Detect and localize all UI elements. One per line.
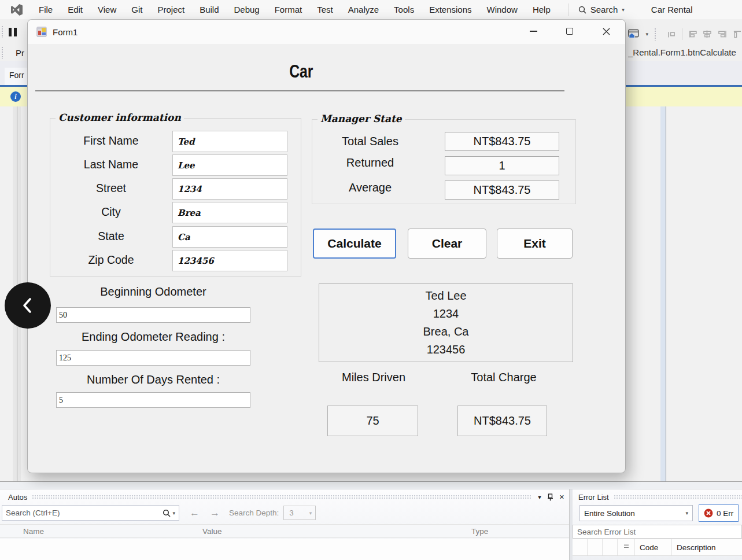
last-name-input[interactable] bbox=[172, 154, 287, 176]
city-input[interactable] bbox=[172, 202, 287, 223]
menu-file[interactable]: File bbox=[31, 2, 60, 17]
beginning-odometer-input[interactable] bbox=[56, 307, 250, 323]
info-icon: i bbox=[10, 91, 21, 102]
autos-search-box[interactable]: ▾ bbox=[2, 505, 179, 521]
scope-value: Entire Solution bbox=[584, 509, 635, 518]
panel-drag-texture bbox=[32, 495, 532, 500]
horizontal-splitter[interactable] bbox=[0, 482, 742, 489]
close-icon[interactable]: ✕ bbox=[559, 493, 564, 501]
menu-analyze[interactable]: Analyze bbox=[341, 2, 386, 17]
autos-search-input[interactable] bbox=[2, 509, 163, 517]
align-centers-icon[interactable] bbox=[703, 30, 712, 38]
manager-state-group: Manager State Total Sales NT$843.75 Retu… bbox=[312, 119, 576, 204]
column-header-code[interactable]: Code bbox=[635, 539, 672, 555]
vs-search-control[interactable]: Search ▾ bbox=[569, 3, 625, 16]
days-rented-input[interactable] bbox=[56, 392, 250, 408]
pin-icon[interactable] bbox=[547, 493, 553, 501]
first-name-label: First Name bbox=[50, 134, 172, 148]
debug-toolbar-fragment bbox=[1, 23, 28, 40]
minimize-button[interactable] bbox=[520, 22, 547, 40]
suppression-state-icon bbox=[624, 544, 629, 549]
ending-odometer-input[interactable] bbox=[56, 350, 250, 366]
street-input[interactable] bbox=[172, 178, 287, 200]
toolbar-gripper[interactable] bbox=[1, 25, 4, 38]
error-icon bbox=[704, 509, 713, 518]
returned-value: 1 bbox=[445, 156, 559, 175]
toolbar-separator bbox=[682, 28, 682, 40]
autos-panel: Autos ▾ ✕ ▾ ← → Search Depth: bbox=[0, 489, 569, 560]
column-header-name[interactable]: Name bbox=[23, 527, 44, 536]
column-header-type[interactable]: Type bbox=[471, 527, 488, 536]
summary-zip-line: 123456 bbox=[319, 341, 573, 359]
clear-button[interactable]: Clear bbox=[408, 229, 486, 259]
autos-titlebar[interactable]: Autos ▾ ✕ bbox=[8, 491, 564, 503]
first-name-input[interactable] bbox=[172, 131, 287, 152]
arrow-right-icon[interactable]: → bbox=[210, 507, 220, 519]
browser-home-icon[interactable] bbox=[628, 29, 640, 39]
column-header-description[interactable]: Description bbox=[672, 539, 742, 555]
total-charge-label: Total Charge bbox=[449, 371, 559, 384]
menu-window[interactable]: Window bbox=[479, 2, 525, 17]
error-search-input[interactable] bbox=[573, 525, 741, 538]
menu-test[interactable]: Test bbox=[309, 2, 341, 17]
category-column[interactable] bbox=[588, 539, 603, 555]
window-position-icon[interactable]: ▾ bbox=[538, 493, 541, 501]
close-icon bbox=[603, 28, 610, 35]
back-bubble-button[interactable] bbox=[5, 282, 51, 329]
calculate-button[interactable]: Calculate bbox=[313, 229, 396, 259]
flag-column[interactable] bbox=[603, 539, 618, 555]
menu-debug[interactable]: Debug bbox=[227, 2, 267, 17]
close-button[interactable] bbox=[593, 22, 619, 40]
error-search-box[interactable] bbox=[573, 525, 742, 539]
error-list-controls: Entire Solution ▾ 0 Err bbox=[579, 504, 739, 522]
chevron-down-icon[interactable]: ▾ bbox=[172, 510, 175, 516]
menu-extensions[interactable]: Extensions bbox=[422, 2, 479, 17]
align-rights-icon[interactable] bbox=[718, 30, 727, 38]
suppression-state-column[interactable] bbox=[618, 539, 635, 555]
form-window-title: Form1 bbox=[53, 27, 77, 37]
editor-vertical-scrollbar[interactable] bbox=[660, 106, 666, 481]
search-depth-combo[interactable]: 3 ▾ bbox=[283, 506, 316, 520]
align-lefts-icon[interactable] bbox=[688, 30, 697, 38]
menu-edit[interactable]: Edit bbox=[60, 2, 90, 17]
menu-git[interactable]: Git bbox=[124, 2, 150, 17]
autos-grid-body[interactable] bbox=[0, 539, 569, 560]
snap-to-grid-icon[interactable] bbox=[667, 30, 676, 38]
errors-filter-button[interactable]: 0 Err bbox=[699, 504, 739, 522]
severity-column[interactable] bbox=[573, 539, 588, 555]
align-tops-icon[interactable] bbox=[733, 30, 742, 38]
vs-menu-bar: File Edit View Git Project Build Debug F… bbox=[0, 0, 742, 19]
customer-information-group: Customer information First Name Last Nam… bbox=[50, 118, 301, 277]
search-label: Search bbox=[590, 5, 618, 14]
menu-view[interactable]: View bbox=[90, 2, 124, 17]
search-icon[interactable] bbox=[163, 509, 171, 517]
scope-combo[interactable]: Entire Solution ▾ bbox=[579, 505, 693, 521]
error-list-column-headers: Code Description bbox=[573, 539, 742, 556]
beginning-odometer-label: Beginning Odometer bbox=[56, 285, 250, 299]
error-list-titlebar[interactable]: Error List bbox=[578, 491, 742, 503]
total-charge-value: NT$843.75 bbox=[457, 406, 547, 436]
menu-project[interactable]: Project bbox=[150, 2, 192, 17]
arrow-left-icon[interactable]: ← bbox=[190, 507, 200, 519]
zip-code-input[interactable] bbox=[172, 250, 287, 271]
maximize-button[interactable] bbox=[556, 22, 583, 40]
error-list-panel: Error List Entire Solution ▾ 0 Err bbox=[573, 489, 742, 560]
chevron-down-icon[interactable]: ▾ bbox=[646, 31, 649, 37]
menu-help[interactable]: Help bbox=[525, 2, 558, 17]
toolbar-gripper[interactable] bbox=[654, 28, 657, 40]
summary-name-line: Ted Lee bbox=[319, 287, 573, 305]
error-list-title: Error List bbox=[578, 493, 609, 502]
stack-frame-combo[interactable]: _Rental.Form1.btnCalculate bbox=[628, 47, 742, 58]
tab-form1-cs[interactable]: Forr bbox=[5, 68, 28, 85]
autos-column-headers: Name Value Type bbox=[0, 524, 569, 538]
pause-icon[interactable] bbox=[9, 28, 17, 36]
chevron-down-icon: ▾ bbox=[685, 510, 688, 516]
city-label: City bbox=[50, 205, 172, 219]
menu-tools[interactable]: Tools bbox=[386, 2, 422, 17]
menu-format[interactable]: Format bbox=[267, 2, 310, 17]
toolbar-gripper[interactable] bbox=[1, 46, 4, 59]
menu-build[interactable]: Build bbox=[192, 2, 226, 17]
column-header-value[interactable]: Value bbox=[202, 527, 222, 536]
state-input[interactable] bbox=[172, 226, 287, 248]
exit-button[interactable]: Exit bbox=[497, 229, 573, 259]
